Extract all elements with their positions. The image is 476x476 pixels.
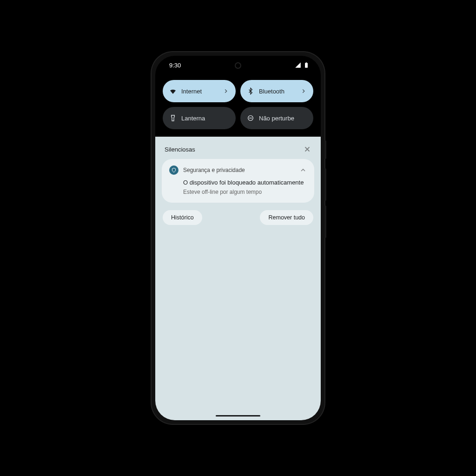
shield-icon	[169, 165, 178, 175]
bluetooth-icon	[247, 87, 254, 95]
qs-flashlight-label: Lanterna	[181, 115, 229, 122]
silent-section-header: Silenciosas	[162, 145, 314, 153]
flashlight-icon	[169, 114, 177, 122]
battery-icon	[303, 62, 310, 68]
notification-actions: Histórico Remover tudo	[162, 208, 314, 227]
history-button[interactable]: Histórico	[163, 210, 202, 225]
qs-internet-tile[interactable]: Internet	[163, 80, 236, 102]
front-camera	[235, 62, 241, 69]
notification-text: Esteve off-line por algum tempo	[183, 189, 307, 195]
wifi-icon	[169, 87, 177, 95]
qs-flashlight-tile[interactable]: Lanterna	[163, 107, 236, 129]
svg-rect-1	[306, 62, 307, 63]
qs-dnd-label: Não perturbe	[259, 115, 307, 122]
status-time: 9:30	[169, 62, 181, 69]
notification-title: O dispositivo foi bloqueado automaticame…	[183, 178, 307, 187]
phone-screen: 9:30 Internet Bluetooth	[155, 56, 321, 420]
chevron-right-icon	[300, 88, 307, 94]
notification-body: O dispositivo foi bloqueado automaticame…	[169, 178, 307, 195]
status-icons	[295, 62, 310, 68]
qs-bluetooth-tile[interactable]: Bluetooth	[240, 80, 313, 102]
quick-settings-panel: Internet Bluetooth Lanterna	[155, 74, 321, 137]
notification-header: Segurança e privacidade	[169, 165, 307, 175]
svg-rect-0	[305, 63, 308, 68]
silent-section-label: Silenciosas	[165, 146, 195, 153]
notification-app-name: Segurança e privacidade	[183, 167, 295, 173]
side-button	[324, 168, 326, 201]
close-icon[interactable]	[303, 145, 311, 153]
chevron-right-icon	[223, 88, 229, 94]
nav-handle[interactable]	[216, 415, 260, 416]
clear-all-button[interactable]: Remover tudo	[260, 210, 313, 225]
notification-shade[interactable]: Silenciosas Segurança e privacidade O d	[155, 137, 321, 420]
side-button	[324, 140, 326, 159]
qs-dnd-tile[interactable]: Não perturbe	[240, 107, 313, 129]
side-button	[324, 205, 326, 238]
chevron-up-icon[interactable]	[299, 166, 307, 174]
signal-icon	[295, 62, 301, 68]
phone-frame: 9:30 Internet Bluetooth	[152, 52, 324, 424]
dnd-icon	[247, 114, 254, 122]
notification-card[interactable]: Segurança e privacidade O dispositivo fo…	[162, 159, 314, 203]
qs-internet-label: Internet	[181, 88, 218, 95]
qs-bluetooth-label: Bluetooth	[259, 88, 296, 95]
